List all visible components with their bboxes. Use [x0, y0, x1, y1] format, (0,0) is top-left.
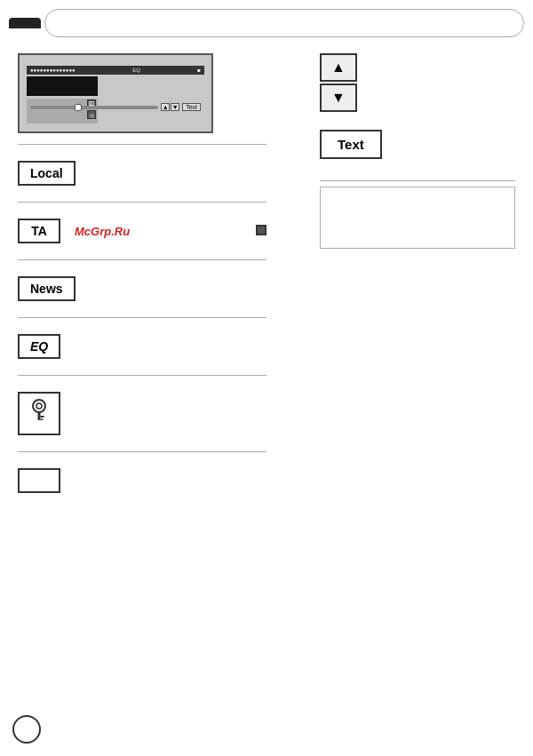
svg-rect-4 — [41, 419, 44, 421]
arrow-up-button[interactable]: ▲ — [320, 53, 357, 82]
divider-5 — [18, 375, 266, 376]
divider-4 — [18, 317, 266, 318]
ta-button[interactable]: TA — [18, 219, 60, 243]
top-bar — [9, 9, 524, 37]
radio-up-arrow[interactable]: ▲ — [161, 103, 170, 111]
mcgrp-link[interactable]: McGrp.Ru — [75, 225, 130, 238]
svg-point-1 — [36, 403, 42, 409]
news-button[interactable]: News — [18, 276, 76, 301]
local-row: Local — [18, 154, 266, 193]
divider-6 — [18, 451, 266, 452]
info-box — [320, 187, 515, 249]
settings-mini-icon: ◎ — [87, 110, 96, 119]
search-input[interactable] — [44, 9, 524, 37]
svg-rect-2 — [38, 411, 41, 420]
arrow-down-button[interactable]: ▼ — [320, 84, 357, 112]
news-row: News — [18, 269, 266, 308]
left-panel: ●●●●●●●●●●●●●● EQ ■ ⚿ ◎ — [18, 53, 266, 500]
eq-row: EQ — [18, 327, 266, 366]
right-panel: ▲ ▼ Text — [320, 53, 515, 258]
right-divider-1 — [320, 180, 515, 181]
bottom-circle[interactable] — [12, 715, 41, 744]
divider-1 — [18, 144, 266, 145]
text-button[interactable]: Text — [320, 130, 382, 159]
ta-row: TA McGrp.Ru — [18, 211, 266, 251]
small-square-icon — [256, 223, 266, 239]
radio-slider — [30, 106, 158, 109]
radio-freq-bar: ●●●●●●●●●●●●●● EQ ■ — [27, 66, 204, 75]
radio-arrows: ▲ ▼ — [161, 103, 179, 111]
radio-black-block — [27, 76, 98, 96]
radio-text-mini: Text — [182, 103, 201, 111]
empty-btn-row — [18, 461, 266, 500]
radio-display: ●●●●●●●●●●●●●● EQ ■ ⚿ ◎ — [18, 53, 213, 133]
svg-point-0 — [33, 400, 45, 412]
local-button[interactable]: Local — [18, 161, 76, 186]
key-icon-svg — [29, 399, 49, 424]
top-tab[interactable] — [9, 18, 41, 28]
divider-2 — [18, 202, 266, 203]
key-row — [18, 385, 266, 442]
radio-slider-thumb — [75, 104, 82, 111]
key-button[interactable] — [18, 392, 60, 435]
radio-bottom-bar: ▲ ▼ Text — [30, 103, 201, 111]
radio-down-arrow[interactable]: ▼ — [171, 103, 179, 111]
divider-3 — [18, 259, 266, 260]
empty-button[interactable] — [18, 468, 60, 493]
arrow-buttons-group: ▲ ▼ — [320, 53, 515, 112]
svg-rect-3 — [41, 416, 44, 418]
eq-button[interactable]: EQ — [18, 334, 60, 359]
